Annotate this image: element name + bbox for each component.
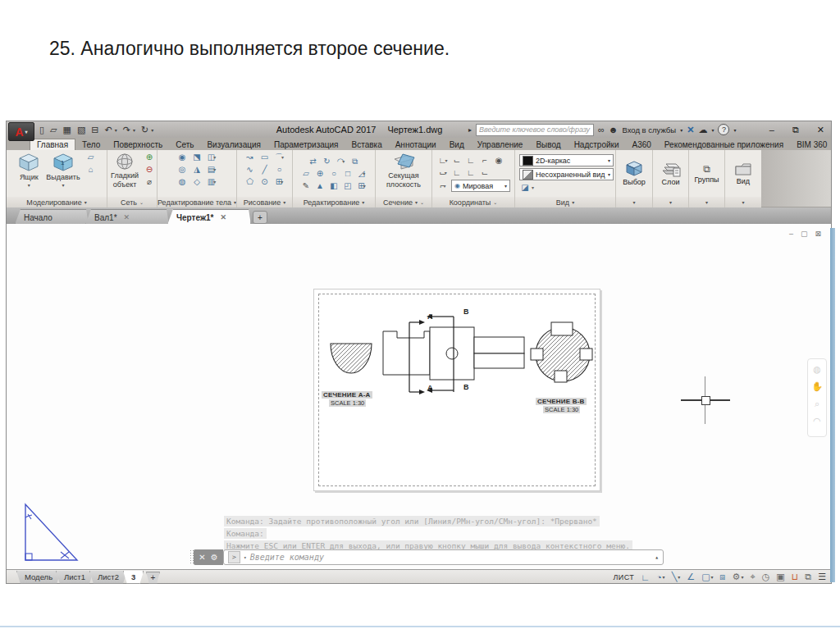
panel-modify-label[interactable]: Редактирование▾ — [293, 197, 375, 207]
polysolid-icon[interactable]: ▱ — [85, 152, 97, 162]
ucs-face-icon[interactable]: ◉ — [493, 155, 504, 166]
panel-coordinates-label[interactable]: Координаты⌄ — [432, 197, 514, 207]
command-customize-wrench-icon[interactable]: ⚙ — [211, 553, 218, 562]
navigation-bar[interactable]: ◍ ✋ ⌕ ◠ — [807, 358, 827, 437]
polygon-icon[interactable]: ⬠ — [244, 176, 256, 187]
steering-wheel-icon[interactable]: ◍ — [813, 364, 821, 375]
tab-annotacii[interactable]: Аннотации — [389, 139, 443, 150]
exchange-apps-icon[interactable]: ✕ — [687, 125, 694, 135]
signin-label[interactable]: Вход в службы — [622, 125, 676, 134]
hatch-icon[interactable]: ⊞▾ — [274, 176, 285, 187]
explode-icon[interactable]: ▲ — [314, 180, 326, 191]
dynamic-input-icon[interactable]: ◔▾ — [656, 572, 665, 582]
union-icon[interactable]: ◉ — [176, 152, 188, 162]
align-icon[interactable]: ◰ — [342, 180, 354, 191]
panel-layers-collapsed[interactable]: Слои ▾ — [653, 150, 689, 207]
signin-caret-icon[interactable]: ▾ — [680, 127, 682, 133]
isolate-objects-icon[interactable]: ⊔ — [792, 572, 799, 582]
ucs-x-icon[interactable]: ⌙▾ — [437, 167, 449, 178]
mesh-refine-remove-icon[interactable]: ⊖ — [144, 164, 155, 175]
annotation-monitor-icon[interactable]: ⌖ — [750, 572, 755, 582]
ucs-combo[interactable]: ◉ Мировая ▾ — [451, 180, 510, 192]
viewport-config-caret-icon[interactable]: ▾ — [532, 185, 534, 190]
erase-icon[interactable]: ✎ — [300, 180, 312, 191]
mesh-refine-add-icon[interactable]: ⊕ — [144, 152, 155, 162]
file-tab-close-icon[interactable]: ✕ — [124, 213, 130, 221]
command-recent-caret-icon[interactable]: ▾ — [244, 554, 247, 560]
quick-properties-icon[interactable]: ▣ — [776, 572, 784, 582]
viewport-config-icon[interactable]: ◪ — [519, 182, 531, 193]
panel-section-label[interactable]: Сечение▾⌄ — [376, 197, 431, 207]
named-view-combo[interactable]: Несохраненный вид ▾ — [519, 168, 614, 180]
share-cloud-icon[interactable]: ☁ — [698, 125, 707, 135]
new-layout-button[interactable]: + — [146, 572, 160, 584]
redo-caret-icon[interactable]: ▾ — [133, 127, 135, 133]
save-icon[interactable]: ▦ — [63, 125, 71, 135]
trim-icon[interactable]: ◠▾ — [336, 156, 347, 166]
help-icon[interactable]: ? — [718, 124, 729, 135]
tab-vizualizaciya[interactable]: Визуализация — [200, 139, 267, 150]
tab-vid[interactable]: Вид — [443, 139, 471, 150]
thicken-icon[interactable]: ▤▾ — [206, 164, 217, 175]
redo-icon[interactable]: ↷ — [123, 125, 130, 135]
shell-icon[interactable]: ◇ — [191, 176, 203, 187]
tab-poverhnost[interactable]: Поверхность — [107, 139, 169, 150]
interfere-icon[interactable]: ▥▾ — [206, 176, 217, 187]
ucs-named-icon[interactable]: ⌐▾ — [437, 180, 449, 191]
panel-view2-collapsed[interactable]: Вид ▾ — [725, 150, 761, 207]
file-tab-start[interactable]: Начало — [15, 209, 89, 225]
file-tab-close-icon[interactable]: ✕ — [220, 213, 226, 221]
search-expand-icon[interactable]: ▸ — [468, 126, 472, 134]
help-caret-icon[interactable]: ▾ — [733, 127, 736, 133]
panel-solid-editing-label[interactable]: Редактирование тела▾ — [158, 197, 236, 207]
file-tab-val1[interactable]: Вал1* ✕ — [85, 209, 169, 225]
tab-upravlenie[interactable]: Управление — [471, 139, 530, 150]
units-clock-icon[interactable]: ◷ — [762, 572, 770, 582]
search-binoculars-icon[interactable]: ∞ — [598, 125, 605, 134]
open-file-icon[interactable]: ▱ — [50, 125, 57, 135]
tab-set[interactable]: Сеть — [169, 139, 200, 150]
vp-restore-icon[interactable]: ▢ — [801, 230, 808, 238]
extrude-button[interactable]: 1 Выдавить ▾ — [44, 152, 81, 189]
panel-groups-collapsed[interactable]: ⧉ Группы ▾ — [689, 150, 725, 207]
restore-icon[interactable]: ⧉ — [792, 125, 799, 135]
mesh-crease-icon[interactable]: ⌀ — [144, 176, 155, 187]
tab-performance[interactable]: Performance — [833, 139, 840, 150]
visual-style-combo[interactable]: 2D-каркас ▾ — [519, 154, 614, 166]
polar-tracking-icon[interactable]: ∠ — [687, 572, 695, 582]
smooth-object-button[interactable]: Гладкий объект — [109, 152, 140, 189]
minimize-icon[interactable]: – — [769, 125, 774, 134]
tab-nadstroyki[interactable]: Надстройки — [568, 139, 626, 150]
undo-caret-icon[interactable]: ▾ — [115, 127, 117, 133]
signin-person-icon[interactable]: ☻ — [609, 125, 619, 134]
box-button[interactable]: Ящик ▾ — [16, 152, 41, 189]
ortho-mode-icon[interactable]: ╲▾ — [672, 572, 681, 582]
ucs-object-icon[interactable]: ⌐ — [479, 155, 491, 166]
array-rect-icon[interactable]: ⊞▾ — [356, 180, 368, 191]
vp-minimize-icon[interactable]: – — [789, 230, 793, 238]
mirror-icon[interactable]: ▱ — [300, 168, 312, 179]
rotate-icon[interactable]: ↻ — [322, 156, 333, 166]
tab-vstavka[interactable]: Вставка — [345, 139, 389, 150]
layout-tab-3[interactable]: 3 — [123, 571, 144, 584]
app-menu-button[interactable]: A ▾ — [8, 122, 34, 141]
presspull-icon[interactable]: ⌂ — [85, 164, 97, 175]
panel-selection-collapsed[interactable]: Выбор ▾ — [616, 150, 653, 207]
pan-hand-icon[interactable]: ✋ — [811, 381, 823, 392]
drawing-canvas[interactable]: – ▢ ⊠ — [7, 224, 831, 569]
ucs-y-icon[interactable]: ∟ — [451, 167, 463, 178]
spline-icon[interactable]: ∿ — [244, 164, 256, 175]
rectangle-tool-icon[interactable]: ▭ — [259, 152, 271, 162]
new-file-icon[interactable]: ▯ — [39, 125, 44, 135]
copy-icon[interactable]: ⧉ — [349, 156, 361, 166]
subtract-icon[interactable]: ◎ — [176, 164, 188, 175]
tab-glavnaya[interactable]: Главная — [30, 139, 75, 150]
new-tab-button[interactable]: + — [253, 211, 267, 224]
layout-tab-list1[interactable]: Лист1 — [56, 571, 94, 584]
tab-telo[interactable]: Тело — [75, 139, 107, 150]
undo-icon[interactable]: ↶ — [105, 125, 112, 135]
clean-screen-icon[interactable]: ⧉ — [805, 572, 811, 582]
orbit-icon[interactable]: ◠ — [813, 416, 821, 426]
annotation-visibility-icon[interactable]: ⧈ — [720, 572, 726, 582]
snap-mode-icon[interactable]: ∟ — [641, 572, 650, 582]
